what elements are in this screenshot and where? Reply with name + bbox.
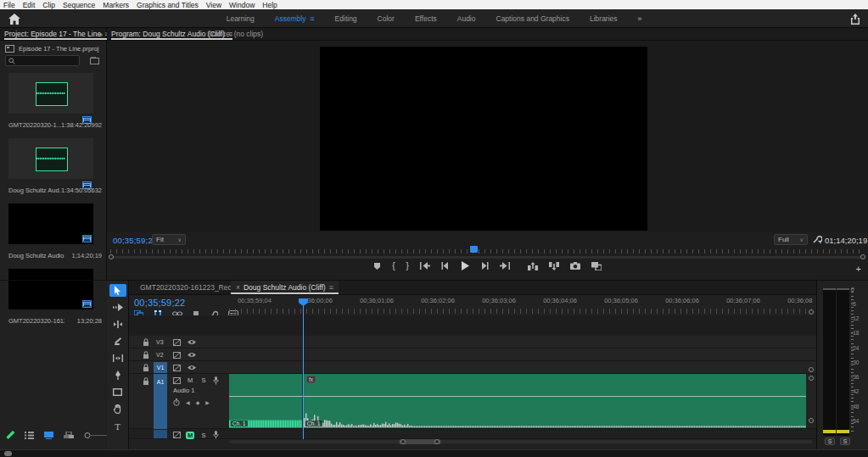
- track-scroll-handle[interactable]: [809, 367, 814, 372]
- mark-in-icon[interactable]: {: [392, 261, 395, 270]
- meter-solo-right-button[interactable]: S: [840, 437, 850, 445]
- search-box[interactable]: [5, 55, 80, 66]
- slip-tool[interactable]: [109, 352, 126, 365]
- clip-thumbnail-sequence-2[interactable]: [8, 269, 93, 309]
- timeline-playhead-line[interactable]: [303, 298, 304, 439]
- previous-keyframe-icon[interactable]: ◀: [186, 399, 190, 405]
- writable-pencil-icon[interactable]: [5, 431, 14, 440]
- project-panel-tab[interactable]: Project: Episode 17 - The Line≡: [4, 28, 109, 40]
- step-forward-icon[interactable]: [480, 262, 489, 270]
- hand-tool[interactable]: [109, 403, 126, 415]
- taskbar-app-icon[interactable]: [4, 451, 12, 456]
- tab-captions-graphics[interactable]: Captions and Graphics: [496, 14, 569, 23]
- play-icon[interactable]: [461, 261, 469, 270]
- audio-clip-1[interactable]: Ch. 1: [229, 374, 303, 428]
- track-scroll-handle[interactable]: [809, 418, 814, 423]
- lock-icon[interactable]: [143, 351, 149, 359]
- go-to-out-icon[interactable]: [500, 262, 510, 270]
- lift-icon[interactable]: [528, 262, 538, 270]
- source-patch-master[interactable]: [154, 430, 167, 438]
- type-tool[interactable]: T: [109, 420, 126, 432]
- assembly-menu-icon[interactable]: ≡: [310, 14, 314, 23]
- audio-clip-2[interactable]: fx Ch. 1: [304, 374, 806, 428]
- tab-audio[interactable]: Audio: [457, 14, 476, 23]
- menu-sequence[interactable]: Sequence: [63, 1, 95, 9]
- next-keyframe-icon[interactable]: ▶: [205, 399, 210, 405]
- rectangle-tool[interactable]: [109, 386, 126, 398]
- sync-lock-icon[interactable]: [173, 352, 181, 359]
- monitor-time-ruler[interactable]: [110, 249, 865, 254]
- tab-effects[interactable]: Effects: [415, 14, 437, 23]
- project-file-row[interactable]: Episode 17 - The Line.prproj: [5, 45, 99, 53]
- export-frame-camera-icon[interactable]: [570, 262, 580, 270]
- clip-name[interactable]: Doug Schultz Aud...: [8, 187, 61, 194]
- a1-mute-button[interactable]: M: [186, 376, 194, 384]
- playback-resolution-dropdown[interactable]: Full∨: [774, 234, 808, 245]
- tab-color[interactable]: Color: [378, 14, 395, 23]
- toggle-track-output-eye-icon[interactable]: [188, 339, 196, 345]
- clip-thumbnail-sequence-1[interactable]: [8, 203, 93, 244]
- master-mute-button[interactable]: M: [186, 432, 194, 439]
- tab-learning[interactable]: Learning: [227, 14, 255, 23]
- menu-markers[interactable]: Markers: [103, 1, 129, 9]
- ripple-edit-tool[interactable]: [109, 318, 126, 331]
- clip-name[interactable]: GMT20220320-161223...: [8, 317, 64, 325]
- clip-thumbnail-audio-2[interactable]: [8, 138, 93, 179]
- source-monitor-tab[interactable]: Source: (no clips): [207, 28, 263, 40]
- track-label[interactable]: V2: [156, 352, 166, 358]
- source-patch-a1[interactable]: A1: [154, 374, 167, 429]
- menu-window[interactable]: Window: [229, 1, 255, 9]
- menu-file[interactable]: File: [3, 1, 15, 9]
- program-timecode[interactable]: 00;35;59;22: [113, 236, 157, 245]
- icon-view-icon[interactable]: [44, 432, 53, 439]
- tab-assembly[interactable]: Assembly ≡: [275, 14, 315, 23]
- hscroll-handle-right[interactable]: [434, 439, 440, 444]
- track-select-forward-tool[interactable]: [109, 301, 126, 314]
- menu-view[interactable]: View: [206, 1, 221, 9]
- voiceover-mic-icon[interactable]: [213, 431, 219, 439]
- tab-editing[interactable]: Editing: [335, 14, 357, 23]
- clip-name[interactable]: Doug Schultz Audio (C...: [8, 252, 64, 259]
- timeline-panel-menu-icon[interactable]: ≡: [329, 283, 333, 292]
- extract-icon[interactable]: [549, 262, 559, 270]
- lock-icon[interactable]: [143, 338, 149, 346]
- a1-solo-button[interactable]: S: [199, 376, 208, 384]
- add-marker-icon[interactable]: [373, 262, 381, 270]
- add-button-icon[interactable]: +: [856, 264, 861, 274]
- step-back-icon[interactable]: [441, 262, 450, 270]
- timeline-tab-active[interactable]: × Doug Schultz Audio (Cliff) ≡: [231, 281, 339, 294]
- clip-name[interactable]: GMT20220320-1...: [8, 121, 61, 129]
- sync-lock-icon[interactable]: [173, 365, 181, 371]
- menu-clip[interactable]: Clip: [42, 1, 55, 9]
- selection-tool[interactable]: [109, 284, 126, 297]
- toggle-track-output-eye-icon[interactable]: [188, 352, 196, 358]
- list-view-icon[interactable]: [25, 432, 34, 439]
- sync-lock-icon[interactable]: [173, 432, 181, 438]
- lock-icon[interactable]: [143, 364, 149, 371]
- track-scroll-handle[interactable]: [809, 376, 814, 381]
- toggle-animation-stopwatch-icon[interactable]: [173, 398, 180, 406]
- clip-thumbnail-audio-1[interactable]: [8, 73, 93, 114]
- bin-filter-icon[interactable]: [90, 57, 99, 64]
- track-v3-lane[interactable]: [129, 336, 816, 348]
- volume-rubber-band[interactable]: [229, 396, 806, 397]
- freeform-view-icon[interactable]: [64, 432, 74, 439]
- monitor-playhead[interactable]: [470, 246, 478, 253]
- timeline-ruler[interactable]: 00;35;59;04 00;36;00;06 00;36;01;06 00;3…: [229, 295, 813, 315]
- track-v1-lane[interactable]: [129, 361, 816, 374]
- tab-libraries[interactable]: Libraries: [590, 14, 618, 23]
- go-to-in-icon[interactable]: [420, 262, 430, 270]
- razor-tool[interactable]: [109, 335, 126, 348]
- track-v2-lane[interactable]: [129, 348, 816, 361]
- timeline-hscrollbar-track[interactable]: [229, 440, 813, 443]
- track-master-lane[interactable]: [129, 429, 816, 439]
- track-scroll-handle[interactable]: [809, 309, 814, 315]
- close-icon[interactable]: ×: [236, 283, 240, 292]
- meter-solo-left-button[interactable]: S: [825, 437, 835, 445]
- fit-dropdown[interactable]: Fit∨: [152, 234, 186, 245]
- add-keyframe-icon[interactable]: ◆: [196, 399, 200, 405]
- menu-graphics-titles[interactable]: Graphics and Titles: [137, 1, 199, 9]
- a1-track-name[interactable]: Audio 1: [173, 387, 194, 394]
- project-panel-overflow-icon[interactable]: »: [98, 31, 103, 39]
- lock-icon[interactable]: [143, 377, 149, 385]
